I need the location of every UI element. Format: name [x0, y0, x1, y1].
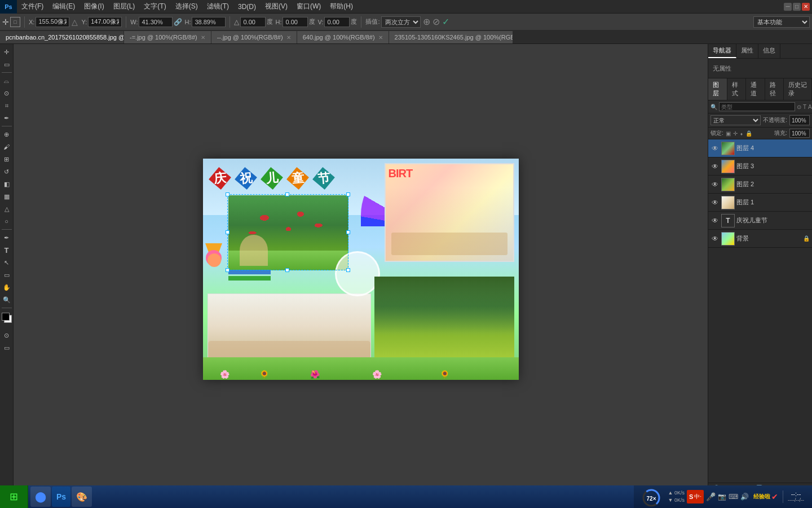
bg-layer-visibility[interactable]: 👁 [710, 235, 720, 243]
eraser-tool[interactable]: ◧ [1, 178, 12, 190]
layer-item-3[interactable]: 👁 图层 3 [708, 157, 812, 176]
text-tool[interactable]: T [1, 244, 12, 256]
taskbar-browser[interactable]: ⬤ [30, 487, 51, 507]
blend-mode-select[interactable]: 正常 [710, 115, 761, 125]
tab-channels[interactable]: 通道 [746, 78, 765, 100]
fg-color-swatch[interactable] [2, 313, 10, 321]
close-button[interactable]: ✕ [802, 3, 810, 11]
layer-item-text[interactable]: 👁 T 庆祝儿童节 [708, 212, 812, 230]
quick-mask-tool[interactable]: ⊙ [1, 330, 12, 341]
filter-input[interactable] [719, 102, 795, 111]
w-input[interactable] [139, 17, 173, 27]
menu-image[interactable]: 图像(I) [80, 0, 108, 13]
confirm-transform-icon[interactable]: ✓ [442, 16, 449, 27]
h-input[interactable] [192, 17, 226, 27]
tab-styles[interactable]: 样式 [727, 78, 747, 100]
tab-navigator[interactable]: 导航器 [708, 44, 736, 58]
tab-3-close[interactable]: ✕ [286, 34, 291, 41]
menu-help[interactable]: 帮助(H) [325, 0, 358, 13]
maximize-button[interactable]: □ [793, 3, 801, 11]
menu-view[interactable]: 视图(V) [261, 0, 292, 13]
spot-heal-tool[interactable]: ⊕ [1, 129, 12, 140]
menu-layer[interactable]: 图层(L) [109, 0, 140, 13]
handle-tr[interactable] [346, 192, 350, 196]
eyedropper-tool[interactable]: ✒ [1, 112, 12, 124]
move-tool[interactable]: ✛ [1, 46, 12, 58]
tab-4-close[interactable]: ✕ [378, 34, 383, 41]
lock-artboard-icon[interactable]: ⬧ [740, 130, 743, 137]
handle-tl[interactable] [226, 192, 230, 196]
tab-5[interactable]: 235105-1305160KS2465.jpg @ 100%(RGB/8#) … [389, 31, 513, 43]
marquee-tool[interactable]: ▭ [1, 59, 12, 70]
tray-icon3[interactable]: 🔊 [740, 493, 749, 501]
taskbar-ps[interactable]: Ps [52, 487, 70, 507]
lock-pixels-icon[interactable]: ▣ [726, 130, 731, 137]
handle-ml[interactable] [226, 230, 230, 234]
start-button[interactable]: ⊞ [0, 485, 28, 508]
path-select-tool[interactable]: ↖ [1, 257, 12, 268]
tool-auto-select[interactable]: □ [10, 17, 20, 27]
canvas-area[interactable]: 庆 祝 儿 童 节 BIRT [14, 44, 708, 494]
layer1-visibility[interactable]: 👁 [710, 199, 720, 207]
layer-item-bg[interactable]: 👁 背景 🔒 [708, 230, 812, 248]
tab-active[interactable]: pcnbanbao.cn_20175261020855858.jpg @ 100… [0, 31, 124, 43]
opacity-input[interactable] [789, 115, 810, 125]
workspace-select[interactable]: 基本功能 [753, 16, 810, 28]
layer-item-2[interactable]: 👁 图层 2 [708, 176, 812, 194]
history-brush-tool[interactable]: ↺ [1, 166, 12, 177]
handle-br[interactable] [346, 268, 350, 272]
tab-history[interactable]: 历史记录 [784, 78, 812, 100]
menu-window[interactable]: 窗口(W) [292, 0, 325, 13]
v-input[interactable] [324, 17, 350, 27]
layer-item-4[interactable]: 👁 图层 4 [708, 139, 812, 157]
pen-tool[interactable]: ✒ [1, 232, 12, 243]
handle-tc[interactable] [285, 192, 289, 196]
quick-select-tool[interactable]: ⊙ [1, 87, 12, 99]
screen-mode[interactable]: ▭ [1, 342, 12, 353]
lasso-tool[interactable]: ⌓ [1, 75, 12, 86]
dodge-tool[interactable]: ○ [1, 216, 12, 227]
hand-tool[interactable]: ✋ [1, 282, 12, 293]
shape-tool[interactable]: ▭ [1, 269, 12, 281]
clone-tool[interactable]: ⊞ [1, 154, 12, 165]
y-input[interactable] [88, 17, 122, 27]
angle-input[interactable] [240, 17, 266, 27]
tab-properties[interactable]: 属性 [736, 44, 758, 58]
x-input[interactable] [36, 17, 69, 27]
brush-tool[interactable]: 🖌 [1, 141, 12, 152]
layer2-visibility[interactable]: 👁 [710, 181, 720, 189]
crop-tool[interactable]: ⌗ [1, 100, 12, 111]
menu-text[interactable]: 文字(T) [139, 0, 170, 13]
tray-icon2[interactable]: ⌨ [729, 493, 738, 501]
tray-icon1[interactable]: 📷 [718, 493, 726, 501]
tab-2[interactable]: -=.jpg @ 100%(RGB/8#) ✕ [124, 31, 211, 43]
menu-edit[interactable]: 编辑(E) [48, 0, 80, 13]
microphone-icon[interactable]: 🎤 [706, 492, 716, 501]
text-layer-visibility[interactable]: 👁 [710, 217, 720, 225]
tab-3[interactable]: --.jpg @ 100%(RGB/8#) ✕ [211, 31, 297, 43]
menu-3d[interactable]: 3D(D) [233, 0, 261, 13]
lock-position-icon[interactable]: ✛ [733, 130, 738, 137]
tab-info[interactable]: 信息 [758, 44, 780, 58]
menu-select[interactable]: 选择(S) [171, 0, 202, 13]
cancel-transform-icon[interactable]: ⊘ [433, 16, 440, 27]
layer-item-1[interactable]: 👁 图层 1 [708, 194, 812, 212]
taskbar-paint[interactable]: 🎨 [72, 487, 92, 507]
handle-bl[interactable] [226, 268, 230, 272]
tab-4[interactable]: 640.jpg @ 100%(RGB/8#) ✕ [297, 31, 389, 43]
layer4-visibility[interactable]: 👁 [710, 144, 720, 152]
blur-tool[interactable]: △ [1, 203, 12, 214]
handle-bc[interactable] [285, 268, 289, 272]
minimize-button[interactable]: ─ [784, 3, 792, 11]
input-method[interactable]: S 中· [687, 490, 704, 503]
fill-input[interactable] [789, 129, 810, 138]
warp-icon[interactable]: ⊕ [423, 16, 430, 27]
interpolation-select[interactable]: 两次立方 [381, 16, 421, 28]
zoom-tool[interactable]: 🔍 [1, 294, 12, 305]
handle-mr[interactable] [346, 230, 350, 234]
menu-file[interactable]: 文件(F) [17, 0, 48, 13]
h2-input[interactable] [283, 17, 308, 27]
tab-2-close[interactable]: ✕ [201, 34, 205, 41]
lock-all-icon[interactable]: 🔒 [745, 130, 752, 137]
layer3-visibility[interactable]: 👁 [710, 163, 720, 170]
